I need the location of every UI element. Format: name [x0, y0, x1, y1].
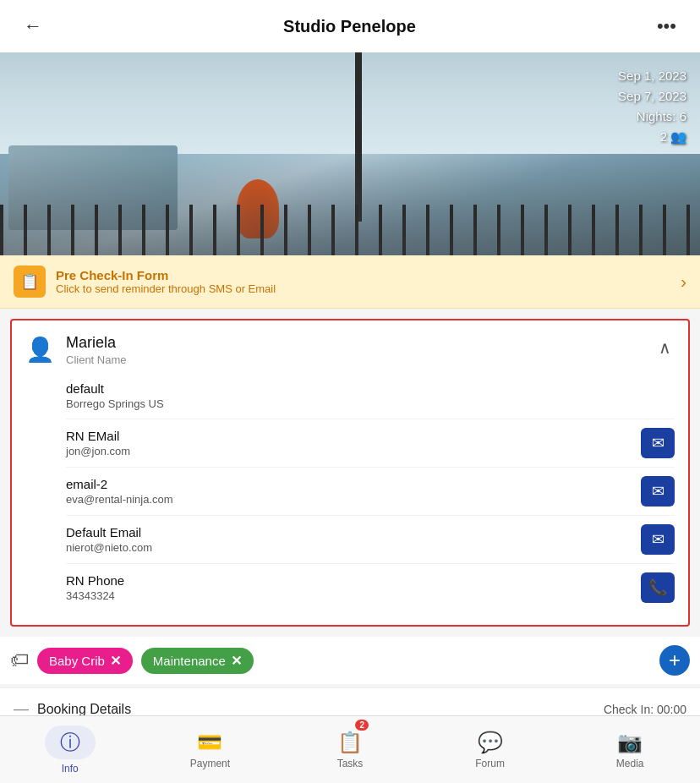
- nav-media-label: Media: [616, 758, 644, 769]
- contact-texts: Default Emailnierot@nieto.com: [66, 525, 152, 554]
- contact-label: RN EMail: [66, 429, 130, 443]
- tag-baby-crib-label: Baby Crib: [49, 654, 105, 668]
- info-icon: ⓘ: [60, 731, 80, 753]
- contact-label: RN Phone: [66, 573, 124, 588]
- location-row: default Borrego Springs US: [66, 373, 675, 419]
- client-name: Mariela: [66, 334, 655, 352]
- precheckin-title: Pre Check-In Form: [56, 268, 276, 282]
- contact-value: nierot@nieto.com: [66, 541, 152, 554]
- tag-baby-crib[interactable]: Baby Crib ✕: [37, 648, 133, 674]
- hero-guests: 2 👥: [618, 127, 686, 147]
- forum-icon: 💬: [478, 731, 503, 754]
- precheckin-left: 📋 Pre Check-In Form Click to send remind…: [14, 266, 276, 298]
- hero-date-end: Sep 7, 2023: [618, 86, 686, 107]
- hero-date-start: Sep 1, 2023: [618, 66, 686, 86]
- booking-preview-title: Booking Details: [37, 702, 131, 717]
- hero-overlay: [0, 154, 700, 255]
- bottom-nav: ⓘ Info 💳 Payment 2 📋 Tasks 💬 Forum 📷 Med…: [0, 715, 700, 783]
- precheckin-chevron-icon: ›: [681, 272, 686, 292]
- location-label: default: [66, 381, 164, 396]
- nav-info-icon-wrap: ⓘ: [45, 726, 96, 759]
- guests-icon: 👥: [670, 127, 686, 147]
- nav-forum-label: Forum: [475, 758, 505, 769]
- nav-item-tasks[interactable]: 2 📋 Tasks: [280, 716, 420, 783]
- contact-label: Default Email: [66, 525, 152, 539]
- tasks-icon: 📋: [337, 731, 363, 754]
- page-title: Studio Penelope: [283, 17, 416, 36]
- collapse-button[interactable]: ∧: [655, 334, 675, 361]
- media-icon: 📷: [617, 731, 643, 754]
- contact-texts: email-2eva@rental-ninja.com: [66, 477, 173, 506]
- contact-value: jon@jon.com: [66, 445, 130, 457]
- contact-value: 34343324: [66, 589, 124, 602]
- precheckin-text: Pre Check-In Form Click to send reminder…: [56, 268, 276, 295]
- nav-payment-label: Payment: [190, 758, 230, 769]
- add-tag-button[interactable]: +: [659, 645, 690, 676]
- location-texts: default Borrego Springs US: [66, 381, 164, 410]
- form-icon: 📋: [20, 272, 39, 291]
- hero-nights: Nights: 6: [618, 107, 686, 127]
- booking-checkin: Check In: 00:00: [604, 703, 686, 716]
- tag-maintenance-label: Maintenance: [153, 654, 226, 668]
- precheckin-banner[interactable]: 📋 Pre Check-In Form Click to send remind…: [0, 255, 700, 309]
- nav-item-info[interactable]: ⓘ Info: [0, 716, 140, 783]
- nav-item-payment[interactable]: 💳 Payment: [140, 716, 281, 783]
- contact-row: Default Emailnierot@nieto.com✉: [66, 516, 675, 564]
- contact-texts: RN EMailjon@jon.com: [66, 429, 130, 457]
- precheckin-subtitle: Click to send reminder through SMS or Em…: [56, 282, 276, 295]
- email-button[interactable]: ✉: [641, 524, 675, 555]
- nav-item-forum[interactable]: 💬 Forum: [420, 716, 561, 783]
- tasks-badge: 2: [355, 720, 369, 731]
- client-info: Mariela Client Name: [66, 334, 655, 366]
- client-card-header: 👤 Mariela Client Name ∧: [12, 320, 688, 366]
- payment-icon: 💳: [197, 731, 222, 754]
- phone-button[interactable]: 📞: [641, 572, 675, 603]
- tags-row: 🏷 Baby Crib ✕ Maintenance ✕ +: [0, 637, 700, 684]
- contact-rows: default Borrego Springs US RN EMailjon@j…: [12, 366, 688, 625]
- tag-icon: 🏷: [10, 649, 29, 671]
- more-button[interactable]: •••: [650, 12, 683, 41]
- back-button[interactable]: ←: [17, 12, 49, 41]
- contact-texts: RN Phone34343324: [66, 573, 124, 602]
- client-label: Client Name: [66, 353, 655, 366]
- contact-row: RN EMailjon@jon.com✉: [66, 419, 675, 468]
- hero-info: Sep 1, 2023 Sep 7, 2023 Nights: 6 2 👥: [618, 66, 686, 147]
- tag-baby-crib-close[interactable]: ✕: [110, 653, 121, 669]
- contact-row: RN Phone34343324📞: [66, 564, 675, 611]
- tag-maintenance[interactable]: Maintenance ✕: [141, 648, 254, 674]
- nav-info-label: Info: [62, 763, 79, 775]
- contact-label: email-2: [66, 477, 173, 491]
- location-value: Borrego Springs US: [66, 397, 164, 410]
- contact-value: eva@rental-ninja.com: [66, 493, 173, 506]
- email-button[interactable]: ✉: [641, 428, 675, 458]
- tag-maintenance-close[interactable]: ✕: [231, 653, 242, 669]
- precheckin-icon: 📋: [14, 266, 46, 298]
- nav-tasks-label: Tasks: [337, 758, 364, 769]
- hero-guests-count: 2: [660, 127, 667, 147]
- email-button[interactable]: ✉: [641, 476, 675, 506]
- hero-image: Sep 1, 2023 Sep 7, 2023 Nights: 6 2 👥: [0, 52, 700, 255]
- hero-sky: [0, 52, 700, 154]
- client-avatar-icon: 👤: [25, 336, 56, 366]
- client-card: 👤 Mariela Client Name ∧ default Borrego …: [10, 319, 690, 627]
- nav-item-media[interactable]: 📷 Media: [560, 716, 700, 783]
- header: ← Studio Penelope •••: [0, 0, 700, 52]
- contact-row: email-2eva@rental-ninja.com✉: [66, 468, 675, 516]
